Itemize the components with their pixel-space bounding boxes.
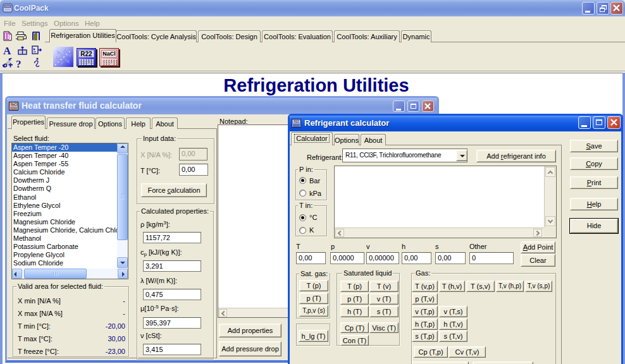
- svg-text:NaCl: NaCl: [11, 103, 17, 106]
- svg-text:R22: R22: [294, 120, 300, 123]
